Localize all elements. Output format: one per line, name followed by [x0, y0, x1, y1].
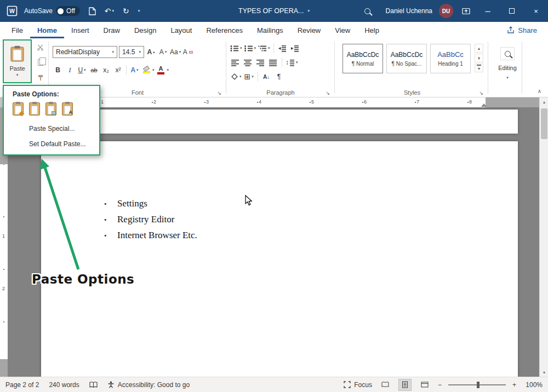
grow-font-button[interactable]: A▴	[146, 47, 156, 57]
align-left-button[interactable]	[230, 57, 241, 68]
bold-button[interactable]: B	[53, 65, 63, 76]
autosave-pill[interactable]: Off	[56, 6, 80, 16]
increase-indent-button[interactable]	[290, 43, 300, 54]
style-scroll-up-button[interactable]: ▴	[475, 44, 483, 53]
user-name[interactable]: Daniel Uchenna	[386, 7, 432, 15]
paste-keep-text-only-button[interactable]: A	[62, 102, 73, 116]
multilevel-list-button[interactable]: ▾	[258, 43, 270, 54]
italic-button[interactable]: I	[65, 65, 75, 76]
tab-mailings[interactable]: Mailings	[250, 22, 290, 38]
list-item[interactable]: • Settings	[104, 198, 197, 214]
tab-home[interactable]: Home	[30, 22, 64, 38]
cut-button[interactable]	[35, 42, 45, 53]
font-color-button[interactable]: A ▾	[156, 65, 169, 76]
justify-button[interactable]	[268, 57, 278, 68]
accessibility-status[interactable]: Accessibility: Good to go	[107, 381, 190, 389]
bullet-list[interactable]: • Settings • Registry Editor • Internet …	[104, 198, 197, 246]
style-gallery-expand-button[interactable]: ▾	[475, 64, 483, 72]
change-case-button[interactable]: Aa▾	[170, 47, 181, 57]
font-dialog-launcher[interactable]: ↘	[217, 90, 221, 96]
document-title[interactable]: TYPES OF OPERA... ▾	[238, 0, 310, 22]
style-no-spacing[interactable]: AaBbCcDc ¶ No Spac...	[386, 44, 427, 73]
right-indent-marker[interactable]	[481, 103, 487, 107]
decrease-indent-button[interactable]	[277, 43, 288, 54]
list-item[interactable]: • Internet Browser Etc.	[104, 230, 197, 246]
paste-picture-button[interactable]	[45, 102, 56, 116]
tab-review[interactable]: Review	[290, 22, 328, 38]
tab-layout[interactable]: Layout	[163, 22, 199, 38]
zoom-level[interactable]: 100%	[523, 381, 543, 389]
maximize-button[interactable]	[500, 0, 524, 22]
align-right-button[interactable]	[255, 57, 266, 68]
avatar[interactable]: DU	[439, 4, 453, 18]
zoom-in-button[interactable]: +	[512, 381, 516, 389]
editing-group[interactable]: Editing ▾	[491, 38, 524, 97]
redo-button[interactable]: ↻	[123, 7, 129, 15]
list-item[interactable]: • Registry Editor	[104, 214, 197, 230]
save-button[interactable]	[89, 7, 96, 15]
tab-view[interactable]: View	[328, 22, 357, 38]
shrink-font-button[interactable]: A▾	[158, 47, 168, 57]
style-heading-1[interactable]: AaBbCc Heading 1	[430, 44, 471, 73]
tab-design[interactable]: Design	[127, 22, 163, 38]
page-1-bottom[interactable]	[41, 109, 518, 134]
paste-merge-formatting-button[interactable]	[29, 102, 40, 116]
focus-mode-button[interactable]: Focus	[344, 381, 372, 389]
tab-file[interactable]: File	[4, 22, 30, 38]
align-center-button[interactable]	[243, 57, 253, 68]
text-effects-button[interactable]: A▾	[129, 65, 140, 76]
word-count[interactable]: 240 words	[49, 381, 79, 389]
share-button[interactable]: Share	[507, 22, 537, 38]
menu-item-paste-special[interactable]: Paste Special...	[4, 121, 99, 136]
styles-dialog-launcher[interactable]: ↘	[479, 90, 483, 96]
tab-help[interactable]: Help	[357, 22, 386, 38]
style-normal[interactable]: AaBbCcDc ¶ Normal	[342, 44, 383, 73]
search-icon[interactable]	[364, 8, 370, 14]
copy-button[interactable]	[35, 57, 45, 68]
scroll-down-icon[interactable]: ▾	[540, 368, 548, 377]
close-button[interactable]: ×	[524, 0, 548, 22]
tab-insert[interactable]: Insert	[64, 22, 96, 38]
menu-item-set-default-paste[interactable]: Set Default Paste...	[4, 136, 99, 152]
vertical-scrollbar[interactable]: ▴ ▾	[539, 97, 548, 377]
paste-keep-source-formatting-button[interactable]	[13, 102, 24, 116]
page-indicator[interactable]: Page 2 of 2	[5, 381, 39, 389]
strikethrough-button[interactable]: ab	[89, 65, 99, 76]
read-mode-button[interactable]	[379, 379, 392, 391]
print-layout-button[interactable]	[398, 379, 412, 391]
scrollbar-thumb[interactable]	[541, 108, 547, 139]
proofing-button[interactable]	[89, 382, 98, 388]
line-spacing-button[interactable]: ↕ ▾	[286, 57, 298, 68]
format-painter-button[interactable]	[35, 72, 45, 83]
ribbon-display-options-button[interactable]	[462, 8, 470, 15]
undo-button[interactable]: ↶ ▾	[105, 7, 114, 15]
minimize-button[interactable]: ─	[476, 0, 500, 22]
show-formatting-marks-button[interactable]: ¶	[274, 71, 284, 82]
find-button[interactable]	[500, 47, 515, 60]
collapse-ribbon-button[interactable]: ∧	[538, 88, 541, 94]
zoom-out-button[interactable]: −	[438, 381, 442, 389]
font-name-combobox[interactable]: RedHatDisplay ▾	[53, 46, 117, 58]
web-layout-button[interactable]	[418, 379, 431, 391]
page-2[interactable]: • Settings • Registry Editor • Internet …	[41, 141, 518, 377]
scroll-up-icon[interactable]: ▴	[540, 97, 548, 106]
underline-button[interactable]: U▾	[77, 65, 87, 76]
bullets-button[interactable]: ▾	[230, 43, 242, 54]
autosave-toggle[interactable]: AutoSave Off	[24, 6, 80, 16]
subscript-button[interactable]: x₂	[101, 65, 111, 76]
clear-formatting-button[interactable]: A	[182, 47, 193, 57]
tab-references[interactable]: References	[199, 22, 249, 38]
style-scroll-down-button[interactable]: ▾	[475, 54, 483, 62]
borders-button[interactable]: ⊞ ▾	[244, 71, 254, 82]
superscript-button[interactable]: x²	[113, 65, 123, 76]
zoom-slider[interactable]	[448, 384, 506, 385]
font-size-combobox[interactable]: 14.5 ▾	[119, 46, 144, 58]
numbering-button[interactable]: ▾	[244, 43, 256, 54]
paste-button[interactable]: Paste ▾	[3, 39, 32, 83]
sort-button[interactable]: A↓	[261, 71, 272, 82]
tab-draw[interactable]: Draw	[96, 22, 127, 38]
text-highlight-button[interactable]: ▾	[141, 65, 155, 76]
zoom-slider-thumb[interactable]	[477, 382, 480, 388]
paragraph-dialog-launcher[interactable]: ↘	[326, 90, 330, 96]
customize-quick-access-button[interactable]: ▾	[138, 9, 140, 13]
